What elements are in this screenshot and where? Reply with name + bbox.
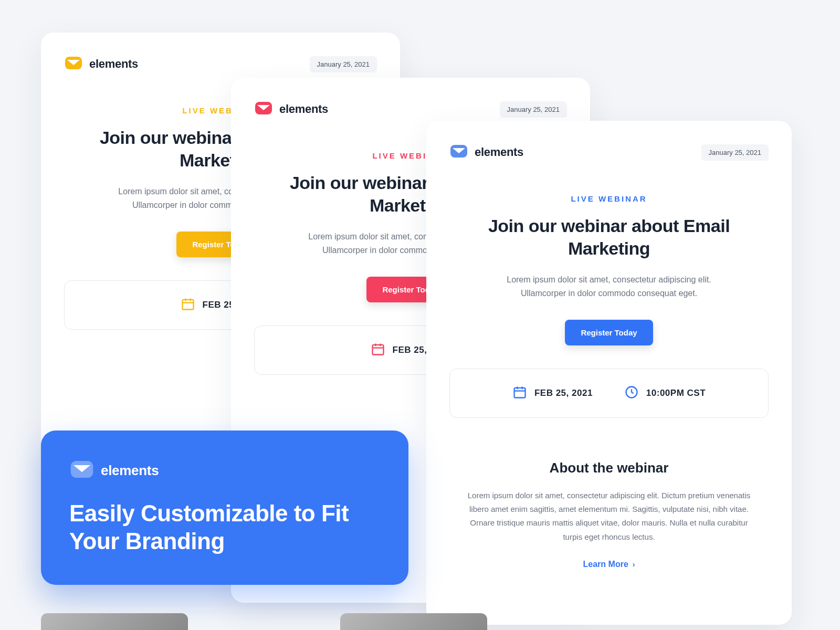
date-chip: January 25, 2021 <box>701 144 769 161</box>
brand-name: elements <box>279 102 328 116</box>
schedule-date: FEB 25, 2021 <box>512 385 593 402</box>
promo-headline: Easily Customizable to Fit Your Branding <box>69 500 380 555</box>
headline: Join our webinar about Email Marketing <box>449 215 769 259</box>
svg-rect-3 <box>372 345 383 355</box>
brand-name: elements <box>89 57 138 71</box>
brand: elements <box>64 54 138 75</box>
learn-more-link[interactable]: Learn More › <box>449 560 769 569</box>
about-title: About the webinar <box>449 460 769 476</box>
date-chip: January 25, 2021 <box>310 56 377 72</box>
card-header: elements January 25, 2021 <box>254 99 567 120</box>
schedule-time: 10:00PM CST <box>624 385 706 402</box>
schedule-date-label: FEB 25, 2021 <box>534 388 593 398</box>
body-text: Lorem ipsum dolor sit amet, consectetur … <box>483 273 735 301</box>
svg-rect-1 <box>182 300 193 310</box>
svg-rect-5 <box>514 388 525 398</box>
brand-name: elements <box>475 145 523 159</box>
calendar-icon <box>371 342 385 359</box>
photo-strip <box>41 613 487 630</box>
learn-more-label: Learn More <box>583 560 628 569</box>
brand: elements <box>449 142 523 163</box>
card-header: elements January 25, 2021 <box>449 142 769 163</box>
date-chip: January 25, 2021 <box>500 101 567 118</box>
envelope-icon <box>254 99 273 120</box>
schedule-box: FEB 25, 2021 10:00PM CST <box>449 369 769 418</box>
promo-brand-name: elements <box>101 463 159 479</box>
photo-thumbnail <box>41 613 188 630</box>
calendar-icon <box>181 297 195 313</box>
envelope-icon <box>449 142 468 163</box>
template-card-blue: elements January 25, 2021 LIVE WEBINAR J… <box>426 121 792 625</box>
promo-brand: elements <box>69 457 380 484</box>
eyebrow: LIVE WEBINAR <box>449 194 769 203</box>
photo-thumbnail <box>340 613 487 630</box>
calendar-icon <box>512 385 527 402</box>
envelope-icon <box>64 54 83 75</box>
schedule-time-label: 10:00PM CST <box>646 388 706 398</box>
about-body: Lorem ipsum dolor sit amet, consectetur … <box>467 489 751 544</box>
envelope-icon <box>69 457 94 484</box>
brand: elements <box>254 99 328 120</box>
clock-icon <box>624 385 639 402</box>
chevron-right-icon: › <box>633 560 635 569</box>
card-header: elements January 25, 2021 <box>64 54 377 75</box>
promo-overlay: elements Easily Customizable to Fit Your… <box>41 430 408 585</box>
register-button[interactable]: Register Today <box>565 320 653 345</box>
